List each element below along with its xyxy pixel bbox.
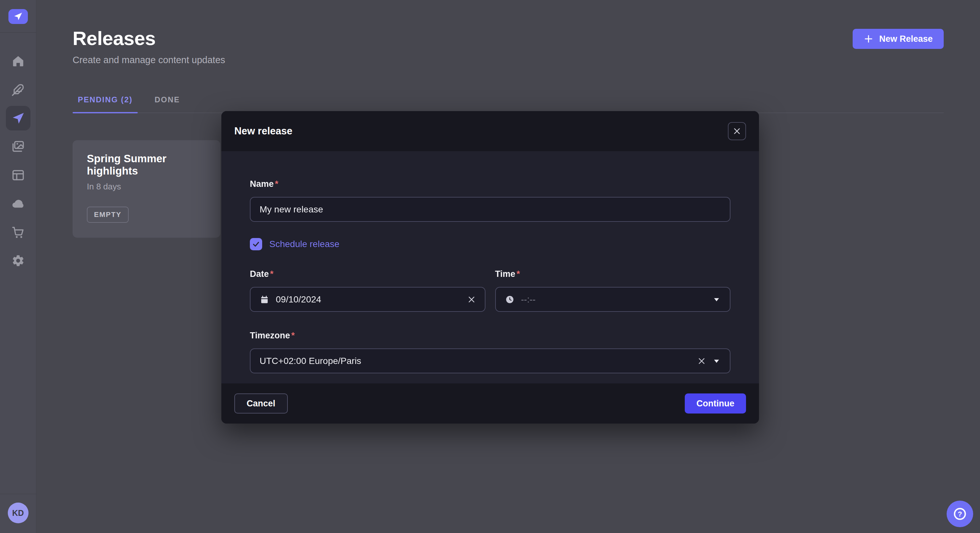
modal-footer: Cancel Continue bbox=[221, 383, 759, 424]
sidebar-item-compose[interactable] bbox=[6, 78, 30, 102]
clear-icon bbox=[467, 295, 476, 304]
sidebar-divider-bottom bbox=[0, 494, 36, 494]
release-card-status-badge: EMPTY bbox=[87, 206, 129, 223]
timezone-clear-button[interactable] bbox=[697, 357, 706, 365]
calendar-icon bbox=[259, 295, 269, 305]
sidebar-item-media[interactable] bbox=[6, 134, 30, 159]
release-card[interactable]: Spring Summer highlights In 8 days EMPTY bbox=[73, 140, 220, 238]
sidebar-item-cloud[interactable] bbox=[6, 191, 30, 216]
name-field-wrapper bbox=[250, 197, 730, 222]
page-title: Releases bbox=[73, 27, 225, 49]
close-icon bbox=[733, 127, 741, 135]
tab-done[interactable]: DONE bbox=[150, 90, 185, 113]
send-icon bbox=[11, 111, 25, 125]
name-input[interactable] bbox=[259, 204, 721, 215]
schedule-release-label: Schedule release bbox=[269, 239, 339, 249]
sidebar-divider bbox=[0, 32, 36, 33]
caret-down-icon bbox=[712, 357, 721, 365]
sidebar-item-settings[interactable] bbox=[6, 248, 30, 273]
timezone-dropdown-button[interactable] bbox=[712, 357, 721, 365]
user-avatar[interactable]: KD bbox=[8, 503, 29, 523]
sidebar: KD bbox=[0, 0, 36, 533]
time-group: Time* bbox=[495, 269, 731, 312]
layout-icon bbox=[11, 168, 25, 182]
sidebar-nav bbox=[6, 49, 30, 273]
clock-icon bbox=[505, 295, 515, 305]
cloud-icon bbox=[11, 197, 25, 211]
tab-bar: PENDING (2) DONE bbox=[73, 90, 944, 113]
required-mark: * bbox=[275, 179, 279, 189]
date-clear-button[interactable] bbox=[467, 295, 476, 304]
modal-body: Name* Schedule release Date* bbox=[221, 151, 759, 383]
sidebar-bottom: KD bbox=[0, 494, 36, 533]
clear-icon bbox=[697, 357, 706, 365]
date-field-wrapper bbox=[250, 287, 485, 312]
required-mark: * bbox=[517, 269, 520, 279]
date-group: Date* bbox=[250, 269, 485, 312]
gear-icon bbox=[11, 254, 25, 268]
timezone-field-wrapper bbox=[250, 348, 730, 373]
images-icon bbox=[11, 140, 25, 154]
time-label: Time* bbox=[495, 269, 520, 279]
app-logo[interactable] bbox=[8, 9, 28, 24]
send-logo-icon bbox=[13, 11, 23, 22]
new-release-modal: New release Name* bbox=[221, 111, 759, 424]
modal-close-button[interactable] bbox=[728, 122, 746, 140]
time-field-wrapper bbox=[495, 287, 731, 312]
check-icon bbox=[252, 240, 260, 248]
date-label: Date* bbox=[250, 269, 274, 279]
required-mark: * bbox=[270, 269, 274, 279]
date-input[interactable] bbox=[276, 294, 461, 305]
modal-title: New release bbox=[234, 125, 292, 137]
home-icon bbox=[11, 54, 25, 68]
cancel-button[interactable]: Cancel bbox=[234, 393, 288, 414]
time-label-text: Time bbox=[495, 269, 515, 279]
timezone-input[interactable] bbox=[259, 356, 691, 366]
release-card-due: In 8 days bbox=[87, 182, 206, 192]
feather-icon bbox=[11, 83, 25, 97]
schedule-release-checkbox-row[interactable]: Schedule release bbox=[250, 238, 730, 250]
tab-pending[interactable]: PENDING (2) bbox=[73, 90, 138, 113]
continue-button[interactable]: Continue bbox=[685, 393, 746, 414]
timezone-label: Timezone* bbox=[250, 331, 295, 340]
plus-icon bbox=[864, 34, 873, 44]
required-mark: * bbox=[291, 331, 295, 340]
page-header: Releases Create and manage content updat… bbox=[36, 0, 980, 65]
new-release-button[interactable]: New Release bbox=[853, 29, 944, 49]
date-label-text: Date bbox=[250, 269, 269, 279]
caret-down-icon bbox=[712, 295, 721, 304]
page-subtitle: Create and manage content updates bbox=[73, 55, 225, 65]
name-label: Name* bbox=[250, 179, 278, 189]
release-card-title: Spring Summer highlights bbox=[87, 152, 206, 177]
timezone-label-text: Timezone bbox=[250, 331, 290, 340]
sidebar-item-home[interactable] bbox=[6, 49, 30, 73]
time-input[interactable] bbox=[521, 294, 706, 305]
name-label-text: Name bbox=[250, 179, 274, 189]
cart-icon bbox=[11, 225, 25, 239]
time-dropdown-button[interactable] bbox=[712, 295, 721, 304]
modal-header: New release bbox=[221, 111, 759, 151]
schedule-release-checkbox[interactable] bbox=[250, 238, 262, 250]
timezone-group: Timezone* bbox=[250, 331, 730, 373]
question-circle-icon: ? bbox=[953, 506, 967, 521]
svg-text:?: ? bbox=[958, 510, 962, 518]
new-release-button-label: New Release bbox=[879, 34, 933, 44]
help-button[interactable]: ? bbox=[947, 501, 973, 527]
sidebar-item-store[interactable] bbox=[6, 220, 30, 244]
sidebar-item-pages[interactable] bbox=[6, 163, 30, 187]
sidebar-item-releases[interactable] bbox=[6, 106, 30, 130]
